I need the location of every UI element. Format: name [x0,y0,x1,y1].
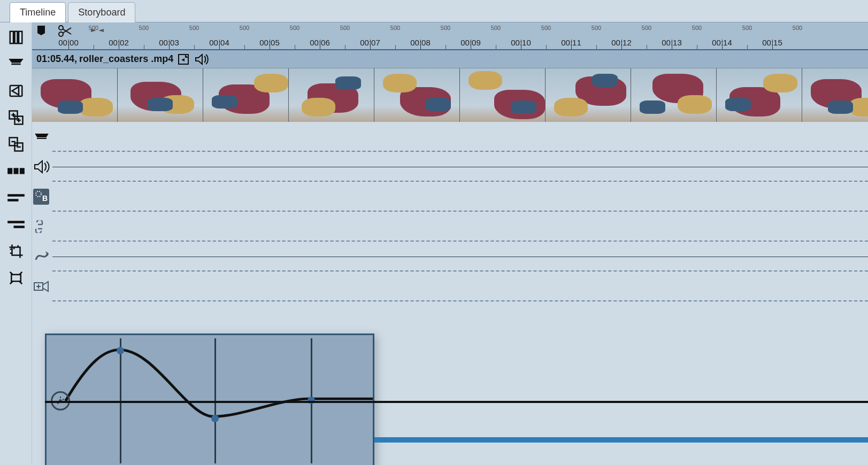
audio-icon [195,53,209,65]
ruler-sublabel: 500 [290,25,299,31]
text-tool-icon[interactable] [4,26,28,49]
clip-header: 01:05.44, roller_coasters .mp4 [32,50,868,68]
ruler-label: 00:09 [460,38,481,47]
tabs-row: Timeline Storyboard [0,0,868,22]
clip-thumbnail[interactable] [374,68,460,122]
svg-rect-7 [7,194,25,197]
clip-duration: 01:05.44, [36,53,77,65]
expand-icon[interactable] [4,266,28,290]
ruler-label: 00:13 [662,38,682,47]
tab-storyboard[interactable]: Storyboard [68,2,135,22]
ruler-label: 00:03 [159,38,179,47]
thumbnail-strip[interactable] [32,68,868,122]
ruler-sublabel: 500 [240,25,249,31]
clip-thumbnail[interactable] [32,68,118,122]
group-add-icon[interactable] [4,106,28,129]
clip-bottom-strip [374,437,868,443]
svg-rect-11 [11,275,21,282]
ruler-sublabel: 500 [793,25,802,31]
track-camera[interactable] [32,272,868,301]
svg-rect-5 [13,168,18,174]
ruler-sublabel: 500 [541,25,551,31]
svg-rect-9 [7,221,25,223]
ruler-sublabel: 500 [340,25,350,31]
ruler-label: 00:10 [511,38,531,47]
clip-thumbnail[interactable] [802,68,868,122]
motion-path-icon [33,248,50,265]
ruler-sublabel: 500 [441,25,450,31]
align-right-icon[interactable] [4,213,28,236]
group-remove-icon[interactable] [4,133,28,156]
svg-rect-10 [13,226,24,228]
svg-text:B: B [42,194,48,203]
ruler-sublabel: 500 [692,25,702,31]
align-left-icon[interactable] [4,186,28,210]
ruler-label: 00:08 [410,38,431,47]
curve-path [47,335,373,465]
effect-b-icon: B [33,189,49,205]
clip-name: roller_coasters .mp4 [79,53,173,65]
clip-thumbnail[interactable] [717,68,802,122]
ruler-label: 00:02 [109,38,129,47]
ruler-sublabel: 500 [742,25,752,31]
svg-rect-6 [19,168,24,174]
video-file-icon [178,53,190,65]
playhead-flag-icon[interactable] [32,22,52,49]
track-video[interactable] [32,122,868,152]
property-tracks: B [32,122,868,465]
ruler-sublabel: 500 [390,25,400,31]
svg-point-15 [36,191,41,197]
ruler-label: 00:11 [561,38,581,47]
ruler-label: 00:15 [762,38,782,47]
keyframe-curve-panel[interactable] [45,334,374,465]
crop-icon[interactable] [4,239,28,263]
cut-top-icon[interactable] [4,52,28,76]
split-marker-icon[interactable] [91,25,104,38]
clip-thumbnail[interactable] [546,68,631,122]
ruler-label: 00:04 [209,38,229,47]
track-motion[interactable] [32,242,868,272]
svg-rect-4 [7,168,12,174]
ruler-sublabel: 500 [491,25,501,31]
clip-thumbnail[interactable] [289,68,374,122]
ruler-label: 00:07 [360,38,380,47]
link-icon [33,218,50,235]
time-ruler[interactable]: 00:0000:0250000:0350000:0450000:0550000:… [32,22,868,50]
clip-thumbnail[interactable] [460,68,546,122]
ruler-sublabel: 500 [592,25,601,31]
track-effect[interactable]: B [32,182,868,212]
ruler-sublabel: 500 [642,25,651,31]
main-area: 00:0000:0250000:0350000:0450000:0550000:… [0,22,868,465]
ruler-label: 00:14 [712,38,732,47]
video-track-icon [33,128,50,145]
tab-timeline[interactable]: Timeline [10,2,66,22]
ruler-sublabel: 500 [189,25,199,31]
clip-thumbnail[interactable] [203,68,289,122]
camera-move-icon [33,278,50,295]
scissors-marker-icon[interactable] [58,25,73,40]
speaker-icon [33,158,50,175]
play-range-icon[interactable] [4,79,28,103]
track-link[interactable] [32,212,868,242]
timeline-content: 00:0000:0250000:0350000:0450000:0550000:… [32,22,868,465]
clip-thumbnail[interactable] [118,68,203,122]
keyframe-point[interactable] [117,347,124,354]
ruler-label: 00:06 [310,38,330,47]
ruler-sublabel: 500 [139,25,149,31]
ruler-label: 00:05 [259,38,280,47]
clip-thumbnail[interactable] [631,68,717,122]
svg-rect-8 [7,199,18,201]
track-audio[interactable] [32,152,868,182]
thumbnails-icon[interactable] [4,159,28,183]
ruler-label: 00:12 [611,38,632,47]
keyframe-point[interactable] [211,415,219,422]
global-midline [45,401,868,403]
left-toolbar [0,22,32,465]
